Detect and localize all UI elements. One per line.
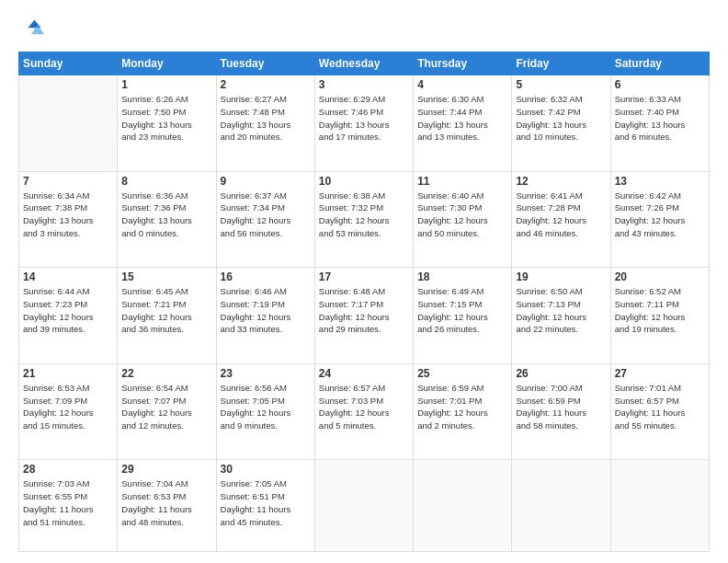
day-info: Sunrise: 6:54 AMSunset: 7:07 PMDaylight:… (121, 382, 211, 432)
day-number: 29 (121, 463, 211, 476)
logo (18, 17, 48, 42)
day-number: 18 (417, 270, 507, 283)
day-cell: 12Sunrise: 6:41 AMSunset: 7:28 PMDayligh… (512, 171, 610, 268)
day-cell: 2Sunrise: 6:27 AMSunset: 7:48 PMDaylight… (216, 75, 314, 172)
week-row-3: 14Sunrise: 6:44 AMSunset: 7:23 PMDayligh… (19, 268, 710, 364)
day-info: Sunrise: 6:26 AMSunset: 7:50 PMDaylight:… (121, 93, 211, 144)
weekday-header-saturday: Saturday (610, 52, 709, 75)
day-number: 27 (615, 367, 705, 380)
day-info: Sunrise: 6:29 AMSunset: 7:46 PMDaylight:… (319, 93, 409, 144)
day-cell: 15Sunrise: 6:45 AMSunset: 7:21 PMDayligh… (118, 268, 216, 364)
day-number: 22 (121, 367, 211, 380)
day-cell: 19Sunrise: 6:50 AMSunset: 7:13 PMDayligh… (512, 268, 610, 364)
day-info: Sunrise: 6:52 AMSunset: 7:11 PMDaylight:… (615, 285, 705, 336)
day-cell (19, 75, 118, 172)
day-info: Sunrise: 7:01 AMSunset: 6:57 PMDaylight:… (615, 382, 705, 432)
day-number: 8 (121, 175, 211, 188)
weekday-header-row: SundayMondayTuesdayWednesdayThursdayFrid… (19, 52, 710, 75)
day-cell: 11Sunrise: 6:40 AMSunset: 7:30 PMDayligh… (414, 171, 512, 268)
day-cell: 14Sunrise: 6:44 AMSunset: 7:23 PMDayligh… (19, 268, 118, 364)
day-info: Sunrise: 7:04 AMSunset: 6:53 PMDaylight:… (121, 477, 211, 528)
day-info: Sunrise: 6:33 AMSunset: 7:40 PMDaylight:… (615, 93, 705, 144)
day-number: 30 (221, 463, 311, 476)
day-number: 15 (121, 270, 211, 283)
day-info: Sunrise: 6:49 AMSunset: 7:15 PMDaylight:… (417, 285, 507, 336)
weekday-header-friday: Friday (512, 52, 610, 75)
day-info: Sunrise: 6:34 AMSunset: 7:38 PMDaylight:… (23, 190, 113, 240)
day-number: 28 (23, 463, 113, 476)
week-row-4: 21Sunrise: 6:53 AMSunset: 7:09 PMDayligh… (19, 363, 710, 460)
week-row-5: 28Sunrise: 7:03 AMSunset: 6:55 PMDayligh… (19, 460, 710, 552)
day-number: 12 (516, 175, 606, 188)
day-info: Sunrise: 6:46 AMSunset: 7:19 PMDaylight:… (221, 285, 311, 336)
day-cell: 28Sunrise: 7:03 AMSunset: 6:55 PMDayligh… (19, 460, 118, 552)
day-cell: 18Sunrise: 6:49 AMSunset: 7:15 PMDayligh… (414, 268, 512, 364)
day-info: Sunrise: 6:32 AMSunset: 7:42 PMDaylight:… (516, 93, 606, 144)
day-cell (610, 460, 709, 552)
weekday-header-monday: Monday (118, 52, 216, 75)
day-info: Sunrise: 6:40 AMSunset: 7:30 PMDaylight:… (417, 190, 507, 240)
day-number: 26 (516, 367, 606, 380)
day-info: Sunrise: 7:05 AMSunset: 6:51 PMDaylight:… (221, 477, 311, 528)
day-cell: 7Sunrise: 6:34 AMSunset: 7:38 PMDaylight… (19, 171, 118, 268)
day-cell: 17Sunrise: 6:48 AMSunset: 7:17 PMDayligh… (314, 268, 413, 364)
day-number: 9 (221, 175, 311, 188)
weekday-header-wednesday: Wednesday (314, 52, 413, 75)
day-number: 17 (319, 270, 409, 283)
day-info: Sunrise: 7:00 AMSunset: 6:59 PMDaylight:… (516, 382, 606, 432)
logo-icon (18, 17, 44, 42)
day-number: 16 (221, 270, 311, 283)
day-cell: 30Sunrise: 7:05 AMSunset: 6:51 PMDayligh… (216, 460, 314, 552)
day-number: 3 (319, 78, 409, 91)
day-info: Sunrise: 6:45 AMSunset: 7:21 PMDaylight:… (121, 285, 211, 336)
day-number: 19 (516, 270, 606, 283)
day-number: 10 (319, 175, 409, 188)
weekday-header-thursday: Thursday (414, 52, 512, 75)
day-info: Sunrise: 6:27 AMSunset: 7:48 PMDaylight:… (221, 93, 311, 144)
day-cell: 13Sunrise: 6:42 AMSunset: 7:26 PMDayligh… (610, 171, 709, 268)
day-number: 5 (516, 78, 606, 91)
header (18, 17, 710, 42)
day-cell: 16Sunrise: 6:46 AMSunset: 7:19 PMDayligh… (216, 268, 314, 364)
weekday-header-sunday: Sunday (19, 52, 118, 75)
day-info: Sunrise: 6:44 AMSunset: 7:23 PMDaylight:… (23, 285, 113, 336)
day-info: Sunrise: 6:53 AMSunset: 7:09 PMDaylight:… (23, 382, 113, 432)
day-cell: 29Sunrise: 7:04 AMSunset: 6:53 PMDayligh… (118, 460, 216, 552)
day-cell: 20Sunrise: 6:52 AMSunset: 7:11 PMDayligh… (610, 268, 709, 364)
day-cell: 24Sunrise: 6:57 AMSunset: 7:03 PMDayligh… (314, 363, 413, 460)
day-number: 4 (417, 78, 507, 91)
day-number: 11 (417, 175, 507, 188)
day-info: Sunrise: 7:03 AMSunset: 6:55 PMDaylight:… (23, 477, 113, 528)
day-cell: 8Sunrise: 6:36 AMSunset: 7:36 PMDaylight… (118, 171, 216, 268)
day-cell: 21Sunrise: 6:53 AMSunset: 7:09 PMDayligh… (19, 363, 118, 460)
day-number: 23 (221, 367, 311, 380)
day-cell: 3Sunrise: 6:29 AMSunset: 7:46 PMDaylight… (314, 75, 413, 172)
weekday-header-tuesday: Tuesday (216, 52, 314, 75)
day-cell: 26Sunrise: 7:00 AMSunset: 6:59 PMDayligh… (512, 363, 610, 460)
day-number: 21 (23, 367, 113, 380)
day-cell: 6Sunrise: 6:33 AMSunset: 7:40 PMDaylight… (610, 75, 709, 172)
day-info: Sunrise: 6:59 AMSunset: 7:01 PMDaylight:… (417, 382, 507, 432)
week-row-2: 7Sunrise: 6:34 AMSunset: 7:38 PMDaylight… (19, 171, 710, 268)
day-number: 2 (221, 78, 311, 91)
day-cell: 22Sunrise: 6:54 AMSunset: 7:07 PMDayligh… (118, 363, 216, 460)
day-number: 7 (23, 175, 113, 188)
day-cell: 9Sunrise: 6:37 AMSunset: 7:34 PMDaylight… (216, 171, 314, 268)
day-info: Sunrise: 6:37 AMSunset: 7:34 PMDaylight:… (221, 190, 311, 240)
day-info: Sunrise: 6:30 AMSunset: 7:44 PMDaylight:… (417, 93, 507, 144)
week-row-1: 1Sunrise: 6:26 AMSunset: 7:50 PMDaylight… (19, 75, 710, 172)
day-info: Sunrise: 6:36 AMSunset: 7:36 PMDaylight:… (121, 190, 211, 240)
day-cell (314, 460, 413, 552)
day-number: 1 (121, 78, 211, 91)
day-cell: 5Sunrise: 6:32 AMSunset: 7:42 PMDaylight… (512, 75, 610, 172)
day-cell: 27Sunrise: 7:01 AMSunset: 6:57 PMDayligh… (610, 363, 709, 460)
day-info: Sunrise: 6:42 AMSunset: 7:26 PMDaylight:… (615, 190, 705, 240)
day-info: Sunrise: 6:57 AMSunset: 7:03 PMDaylight:… (319, 382, 409, 432)
day-info: Sunrise: 6:48 AMSunset: 7:17 PMDaylight:… (319, 285, 409, 336)
day-info: Sunrise: 6:50 AMSunset: 7:13 PMDaylight:… (516, 285, 606, 336)
day-info: Sunrise: 6:41 AMSunset: 7:28 PMDaylight:… (516, 190, 606, 240)
day-cell: 1Sunrise: 6:26 AMSunset: 7:50 PMDaylight… (118, 75, 216, 172)
day-number: 25 (417, 367, 507, 380)
day-cell (414, 460, 512, 552)
day-cell: 23Sunrise: 6:56 AMSunset: 7:05 PMDayligh… (216, 363, 314, 460)
